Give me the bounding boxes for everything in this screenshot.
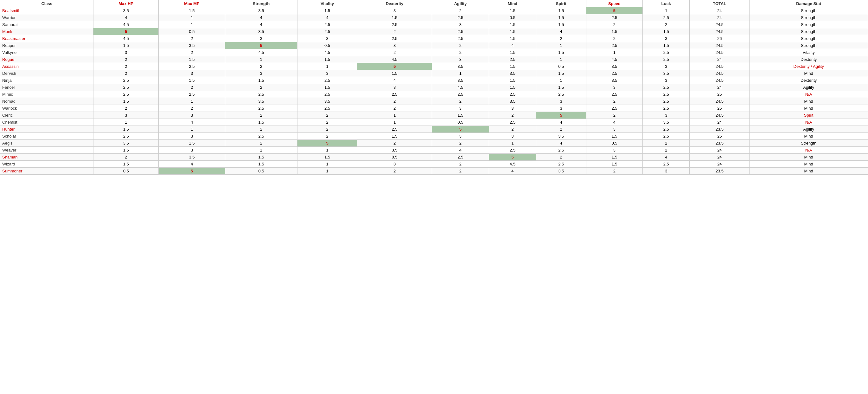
table-row: Aegis3.51.52522140.5223.5Strength [0, 140, 868, 147]
cell-mind: 3 [489, 105, 536, 112]
cell-mind: 1.5 [489, 21, 536, 28]
cell-agility: 2 [432, 98, 489, 105]
cell-total: 24 [690, 56, 749, 63]
cell-luck: 3 [643, 77, 690, 84]
cell-agility: 2 [432, 49, 489, 56]
cell-agility: 3 [432, 133, 489, 140]
cell-spirit: 1 [536, 42, 586, 49]
cell-luck: 3 [643, 35, 690, 42]
cell-dexterity: 3 [357, 42, 432, 49]
cell-spirit: 1 [536, 77, 586, 84]
cell-class: Wizard [0, 161, 93, 168]
cell-total: 24 [690, 154, 749, 161]
header-maxhp: Max HP [93, 0, 158, 7]
cell-damage: Mind [749, 154, 868, 161]
cell-strength: 4 [225, 14, 298, 21]
cell-damage: Dexterity / Agility [749, 63, 868, 70]
cell-spirit: 2.5 [536, 91, 586, 98]
cell-maxhp: 0.5 [93, 168, 158, 175]
cell-total: 24.5 [690, 63, 749, 70]
cell-class: Valkyrie [0, 49, 93, 56]
cell-class: Scholar [0, 133, 93, 140]
stats-table: ClassMax HPMax MPStrengthVitalityDexteri… [0, 0, 868, 175]
cell-maxmp: 2 [158, 49, 225, 56]
cell-strength: 1.5 [225, 154, 298, 161]
cell-mind: 2 [489, 112, 536, 119]
cell-maxmp: 3 [158, 147, 225, 154]
cell-total: 23.5 [690, 168, 749, 175]
cell-agility: 2.5 [432, 28, 489, 35]
table-row: Scholar2.532.521.5333.51.52.525Mind [0, 133, 868, 140]
cell-class: Warrior [0, 14, 93, 21]
cell-speed: 2 [586, 168, 643, 175]
cell-mind: 1.5 [489, 63, 536, 70]
cell-agility: 4 [432, 147, 489, 154]
cell-agility: 1 [432, 70, 489, 77]
cell-mind: 3.5 [489, 98, 536, 105]
cell-damage: Strength [749, 14, 868, 21]
cell-dexterity: 3 [357, 84, 432, 91]
cell-luck: 4 [643, 154, 690, 161]
cell-maxhp: 1.5 [93, 98, 158, 105]
cell-damage: Strength [749, 21, 868, 28]
cell-luck: 2.5 [643, 91, 690, 98]
cell-total: 24.5 [690, 77, 749, 84]
cell-strength: 3.5 [225, 28, 298, 35]
cell-total: 24.5 [690, 112, 749, 119]
cell-mind: 1.5 [489, 7, 536, 14]
cell-strength: 3.5 [225, 7, 298, 14]
cell-speed: 2 [586, 112, 643, 119]
cell-dexterity: 4 [357, 77, 432, 84]
cell-strength: 1 [225, 147, 298, 154]
cell-maxmp: 1 [158, 98, 225, 105]
cell-maxmp: 2.5 [158, 63, 225, 70]
cell-maxmp: 2 [158, 35, 225, 42]
table-row: Cleric332211.5252324.5Spirit [0, 112, 868, 119]
cell-strength: 2 [225, 63, 298, 70]
cell-total: 24.5 [690, 70, 749, 77]
cell-dexterity: 3.5 [357, 147, 432, 154]
cell-strength: 4.5 [225, 49, 298, 56]
cell-maxhp: 3 [93, 112, 158, 119]
cell-agility: 3 [432, 21, 489, 28]
cell-speed: 2 [586, 35, 643, 42]
header-speed: Speed [586, 0, 643, 7]
cell-class: Summoner [0, 168, 93, 175]
cell-speed: 3.5 [586, 77, 643, 84]
cell-maxhp: 4.5 [93, 21, 158, 28]
cell-dexterity: 2 [357, 28, 432, 35]
cell-class: Hunter [0, 126, 93, 133]
cell-maxhp: 1.5 [93, 147, 158, 154]
cell-maxhp: 2 [93, 105, 158, 112]
cell-agility: 2.5 [432, 154, 489, 161]
cell-strength: 3.5 [225, 98, 298, 105]
cell-vitality: 2 [297, 119, 357, 126]
cell-total: 24 [690, 119, 749, 126]
header-spirit: Spirit [536, 0, 586, 7]
cell-luck: 1.5 [643, 42, 690, 49]
cell-strength: 1 [225, 56, 298, 63]
cell-agility: 3.5 [432, 63, 489, 70]
cell-dexterity: 1.5 [357, 70, 432, 77]
cell-spirit: 1.5 [536, 7, 586, 14]
cell-strength: 1.5 [225, 161, 298, 168]
cell-damage: N/A [749, 119, 868, 126]
cell-damage: Vitality [749, 49, 868, 56]
cell-vitality: 2.5 [297, 91, 357, 98]
cell-speed: 2 [586, 98, 643, 105]
cell-damage: Mind [749, 168, 868, 175]
cell-strength: 5 [225, 42, 298, 49]
cell-luck: 2 [643, 147, 690, 154]
header-damage: Damage Stat [749, 0, 868, 7]
cell-class: Samurai [0, 21, 93, 28]
cell-maxhp: 4 [93, 14, 158, 21]
cell-mind: 1.5 [489, 35, 536, 42]
cell-spirit: 2 [536, 35, 586, 42]
cell-spirit: 1.5 [536, 84, 586, 91]
table-row: Samurai4.5142.52.531.51.52224.5Strength [0, 21, 868, 28]
cell-dexterity: 2 [357, 168, 432, 175]
cell-class: Ninja [0, 77, 93, 84]
cell-dexterity: 4.5 [357, 56, 432, 63]
cell-mind: 0.5 [489, 14, 536, 21]
cell-maxhp: 4.5 [93, 35, 158, 42]
